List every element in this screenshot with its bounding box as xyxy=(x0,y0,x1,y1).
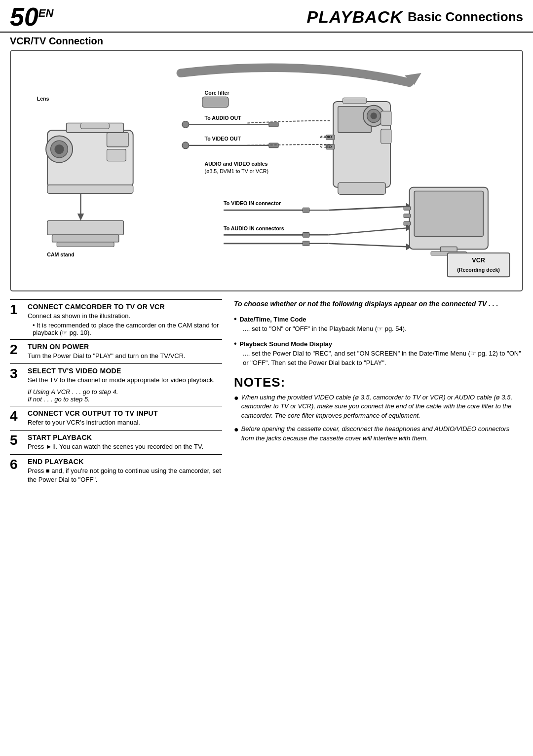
step-2-number: 2 xyxy=(10,343,24,357)
svg-rect-22 xyxy=(269,122,278,127)
note-2-text: Before opening the cassette cover, disco… xyxy=(241,425,523,443)
choose-section-title: To choose whether or not the following d… xyxy=(234,299,523,309)
svg-rect-38 xyxy=(381,129,391,144)
svg-rect-54 xyxy=(303,241,309,246)
svg-text:To AUDIO IN connectors: To AUDIO IN connectors xyxy=(224,225,284,231)
svg-text:VCR: VCR xyxy=(472,257,485,264)
svg-text:To VIDEO IN connector: To VIDEO IN connector xyxy=(224,200,281,206)
svg-text:CAM stand: CAM stand xyxy=(47,252,74,257)
step-4-number: 4 xyxy=(10,409,24,423)
svg-line-58 xyxy=(329,244,410,247)
svg-rect-67 xyxy=(448,253,510,277)
diagram-box: Lens CAM stand Core filter To AUDIO OUT … xyxy=(10,50,523,291)
note-item-1: ● When using the provided VIDEO cable (ø… xyxy=(234,393,523,421)
step-6-title: END PLAYBACK xyxy=(28,458,222,466)
step-6-number: 6 xyxy=(10,458,24,471)
svg-text:Core filter: Core filter xyxy=(205,90,229,96)
step-2-body: Turn the Power Dial to "PLAY" and turn o… xyxy=(28,352,222,360)
note-bullet-2: ● xyxy=(234,425,239,434)
svg-rect-5 xyxy=(107,133,128,147)
svg-line-46 xyxy=(329,206,410,210)
svg-rect-6 xyxy=(47,185,133,193)
step-4-content: CONNECT VCR OUTPUT TO TV INPUT Refer to … xyxy=(28,409,222,427)
notes-title: NOTES: xyxy=(234,375,523,390)
step-1: 1 CONNECT CAMCORDER TO TV OR VCR Connect… xyxy=(10,299,222,339)
svg-rect-65 xyxy=(404,214,411,218)
svg-text:To VIDEO OUT: To VIDEO OUT xyxy=(205,136,241,142)
step-4-body: Refer to your VCR's instruction manual. xyxy=(28,418,222,427)
main-content: 1 CONNECT CAMCORDER TO TV OR VCR Connect… xyxy=(0,299,533,487)
step-3-number: 3 xyxy=(10,367,24,381)
svg-rect-44 xyxy=(303,208,309,213)
svg-text:(ø3.5, DVM1 to TV or VCR): (ø3.5, DVM1 to TV or VCR) xyxy=(205,168,269,174)
step-1-title: CONNECT CAMCORDER TO TV OR VCR xyxy=(28,303,222,311)
choose-item-1: • Date/Time, Time Code .... set to "ON" … xyxy=(234,313,523,334)
step-3: 3 SELECT TV'S VIDEO MODE Set the TV to t… xyxy=(10,363,222,405)
choose-item-2: • Playback Sound Mode Display .... set t… xyxy=(234,338,523,368)
svg-rect-37 xyxy=(381,111,391,125)
svg-rect-41 xyxy=(338,182,386,194)
svg-text:To AUDIO OUT: To AUDIO OUT xyxy=(205,115,242,121)
page-number: 50EN xyxy=(10,4,53,30)
svg-rect-14 xyxy=(57,242,114,247)
svg-line-56 xyxy=(329,228,410,235)
svg-marker-11 xyxy=(77,214,84,220)
svg-rect-18 xyxy=(202,97,228,107)
choose-item-2-detail: .... set the Power Dial to "REC", and se… xyxy=(243,349,523,368)
svg-rect-12 xyxy=(47,220,123,235)
step-5-content: START PLAYBACK Press ►II. You can watch … xyxy=(28,433,222,451)
step-2-title: TURN ON POWER xyxy=(28,343,222,351)
page-header: 50EN PLAYBACK Basic Connections xyxy=(0,0,533,33)
svg-text:AUDIO and VIDEO cables: AUDIO and VIDEO cables xyxy=(205,161,268,167)
step-6-content: END PLAYBACK Press ■ and, if you're not … xyxy=(28,458,222,484)
step-3-italic2: If not . . . go to step 5. xyxy=(28,396,222,403)
svg-rect-64 xyxy=(404,206,411,210)
step-1-content: CONNECT CAMCORDER TO TV OR VCR Connect a… xyxy=(28,303,222,336)
svg-text:AUDIO: AUDIO xyxy=(320,135,332,139)
step-5-title: START PLAYBACK xyxy=(28,433,222,441)
step-4-title: CONNECT VCR OUTPUT TO TV INPUT xyxy=(28,409,222,417)
svg-rect-66 xyxy=(404,221,411,225)
svg-text:VIDEO: VIDEO xyxy=(320,144,332,149)
note-item-2: ● Before opening the cassette cover, dis… xyxy=(234,425,523,443)
notes-section: NOTES: ● When using the provided VIDEO c… xyxy=(234,375,523,443)
svg-rect-13 xyxy=(52,235,119,242)
step-6: 6 END PLAYBACK Press ■ and, if you're no… xyxy=(10,454,222,487)
step-2: 2 TURN ON POWER Turn the Power Dial to "… xyxy=(10,339,222,363)
step-1-bullet: • It is recommended to place the camcord… xyxy=(33,322,222,336)
svg-rect-8 xyxy=(107,149,126,161)
step-5: 5 START PLAYBACK Press ►II. You can watc… xyxy=(10,430,222,454)
step-5-number: 5 xyxy=(10,433,24,447)
step-3-italic1: If Using A VCR . . . go to step 4. xyxy=(28,388,222,396)
step-1-body: Connect as shown in the illustration. xyxy=(28,312,222,321)
step-3-title: SELECT TV'S VIDEO MODE xyxy=(28,367,222,375)
vcr-tv-section-title: VCR/TV Connection xyxy=(0,33,533,50)
step-1-number: 1 xyxy=(10,303,24,317)
step-6-body: Press ■ and, if you're not going to cont… xyxy=(28,467,222,484)
header-title: PLAYBACK Basic Connections xyxy=(307,7,523,27)
svg-rect-61 xyxy=(414,191,483,237)
svg-point-33 xyxy=(370,112,377,119)
svg-rect-51 xyxy=(303,233,309,238)
svg-point-4 xyxy=(54,144,64,154)
svg-point-21 xyxy=(182,121,189,128)
note-bullet-1: ● xyxy=(234,393,239,402)
svg-text:(Recording deck): (Recording deck) xyxy=(457,267,500,273)
left-column: 1 CONNECT CAMCORDER TO TV OR VCR Connect… xyxy=(10,299,222,487)
step-2-content: TURN ON POWER Turn the Power Dial to "PL… xyxy=(28,343,222,360)
step-5-body: Press ►II. You can watch the scenes you … xyxy=(28,442,222,451)
choose-item-1-detail: .... set to "ON" or "OFF" in the Playbac… xyxy=(243,324,523,334)
svg-text:Lens: Lens xyxy=(37,96,49,102)
right-column: To choose whether or not the following d… xyxy=(234,299,523,487)
svg-rect-26 xyxy=(269,143,278,148)
step-3-content: SELECT TV'S VIDEO MODE Set the TV to the… xyxy=(28,367,222,402)
note-1-text: When using the provided VIDEO cable (ø 3… xyxy=(241,393,523,421)
step-4: 4 CONNECT VCR OUTPUT TO TV INPUT Refer t… xyxy=(10,406,222,430)
svg-rect-9 xyxy=(81,123,110,129)
svg-rect-36 xyxy=(343,98,366,104)
svg-point-25 xyxy=(182,142,189,149)
step-3-body: Set the TV to the channel or mode approp… xyxy=(28,376,222,385)
